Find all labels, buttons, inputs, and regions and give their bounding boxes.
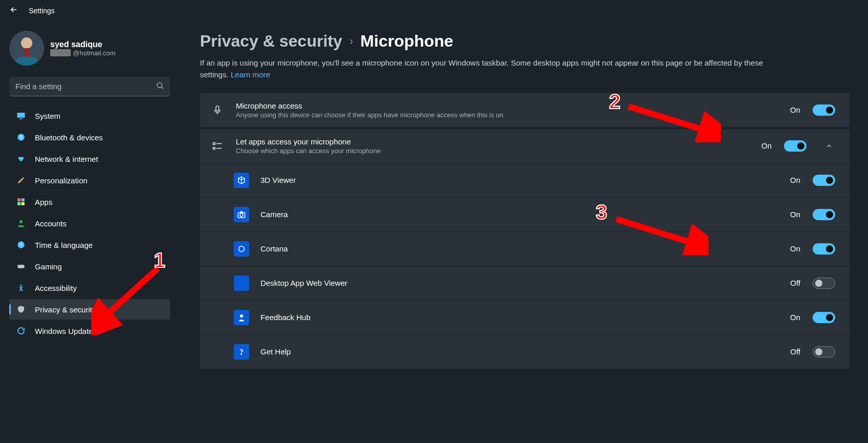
app-name: 3D Viewer — [260, 176, 779, 184]
setting-desc: Anyone using this device can choose if t… — [236, 111, 779, 119]
svg-rect-10 — [17, 202, 21, 205]
back-arrow-icon[interactable] — [9, 5, 18, 16]
let-apps-toggle[interactable] — [784, 140, 806, 152]
chevron-up-icon[interactable] — [823, 142, 835, 150]
svg-point-12 — [19, 220, 23, 223]
user-name: syed sadique — [50, 40, 115, 49]
app-toggle[interactable] — [813, 346, 835, 357]
svg-point-23 — [241, 353, 242, 354]
toggle-state-label: On — [790, 176, 800, 184]
shield-icon — [16, 305, 26, 314]
app-icon — [234, 344, 249, 360]
let-apps-card: Let apps access your microphone Choose w… — [200, 129, 850, 369]
apps-icon — [16, 197, 26, 206]
app-row: Get HelpOff — [200, 334, 850, 369]
sidebar-item-gaming[interactable]: Gaming — [9, 256, 170, 277]
setting-desc: Choose which apps can access your microp… — [236, 147, 750, 155]
bluetooth-icon — [16, 133, 26, 142]
sidebar-label: Privacy & security — [35, 305, 96, 314]
sidebar-label: Bluetooth & devices — [35, 133, 103, 142]
sidebar-label: Windows Update — [35, 327, 93, 335]
app-row: CameraOn — [200, 197, 850, 231]
app-toggle[interactable] — [813, 278, 835, 289]
setting-title: Microphone access — [236, 101, 779, 110]
avatar — [9, 31, 44, 66]
header-bar: Settings — [0, 0, 868, 22]
svg-point-15 — [21, 284, 22, 286]
sidebar-label: System — [35, 112, 60, 120]
sidebar-item-bluetooth[interactable]: Bluetooth & devices — [9, 127, 170, 147]
app-list: 3D ViewerOnCameraOnCortanaOnDesktop App … — [200, 163, 850, 369]
nav: System Bluetooth & devices Network & int… — [9, 106, 170, 341]
toggle-state-label: Off — [790, 347, 800, 356]
sidebar-item-accessibility[interactable]: Accessibility — [9, 278, 170, 298]
user-email: @hotmail.com — [50, 49, 115, 57]
let-apps-row[interactable]: Let apps access your microphone Choose w… — [200, 129, 850, 163]
sidebar-item-network[interactable]: Network & internet — [9, 149, 170, 169]
app-icon — [234, 276, 249, 291]
svg-rect-16 — [216, 106, 219, 111]
sidebar-item-privacy[interactable]: Privacy & security — [9, 299, 170, 320]
svg-point-1 — [21, 37, 32, 49]
monitor-icon — [16, 111, 26, 120]
app-icon — [234, 207, 249, 222]
svg-point-20 — [240, 213, 243, 216]
sidebar-label: Time & language — [35, 241, 93, 249]
breadcrumb-current: Microphone — [360, 32, 453, 51]
svg-rect-9 — [22, 198, 25, 201]
microphone-access-toggle[interactable] — [813, 104, 835, 116]
brush-icon — [16, 176, 26, 185]
app-icon — [234, 173, 249, 188]
clock-icon — [16, 240, 26, 249]
sidebar-label: Apps — [35, 198, 52, 206]
wifi-icon — [16, 154, 26, 163]
app-name: Cortana — [260, 244, 779, 253]
breadcrumb-parent[interactable]: Privacy & security — [200, 32, 342, 51]
toggle-state-label: On — [790, 106, 800, 114]
app-toggle[interactable] — [813, 312, 835, 323]
svg-rect-11 — [22, 202, 25, 205]
sidebar-item-accounts[interactable]: Accounts — [9, 213, 170, 234]
app-toggle[interactable] — [813, 243, 835, 255]
update-icon — [16, 326, 26, 335]
search-input[interactable] — [9, 77, 170, 96]
svg-point-22 — [240, 314, 243, 318]
svg-rect-14 — [17, 265, 25, 268]
microphone-access-row[interactable]: Microphone access Anyone using this devi… — [200, 93, 850, 127]
app-toggle[interactable] — [813, 175, 835, 186]
search-box — [9, 77, 170, 96]
svg-rect-18 — [213, 147, 215, 149]
app-icon — [234, 241, 249, 257]
intro-text: If an app is using your microphone, you'… — [200, 57, 774, 81]
svg-rect-8 — [17, 198, 21, 201]
microphone-access-card: Microphone access Anyone using this devi… — [200, 93, 850, 127]
accessibility-icon — [16, 283, 26, 292]
user-block[interactable]: syed sadique @hotmail.com — [9, 27, 170, 74]
sidebar-label: Gaming — [35, 262, 62, 271]
app-toggle[interactable] — [813, 209, 835, 220]
app-row: Feedback HubOn — [200, 300, 850, 334]
toggle-state-label: On — [761, 141, 772, 150]
svg-point-7 — [23, 177, 24, 179]
app-icon — [234, 310, 249, 325]
main-content: Privacy & security › Microphone If an ap… — [174, 22, 868, 442]
svg-point-21 — [239, 246, 245, 251]
sidebar-item-update[interactable]: Windows Update — [9, 321, 170, 341]
toggle-state-label: On — [790, 210, 800, 219]
gamepad-icon — [16, 262, 26, 271]
sidebar-item-time[interactable]: Time & language — [9, 235, 170, 255]
list-icon — [210, 140, 225, 152]
sidebar-item-personalization[interactable]: Personalization — [9, 170, 170, 191]
sidebar: syed sadique @hotmail.com System Bluetoo… — [0, 22, 174, 442]
app-name: Camera — [260, 210, 779, 219]
sidebar-label: Accessibility — [35, 284, 77, 292]
toggle-state-label: On — [790, 313, 800, 322]
learn-more-link[interactable]: Learn more — [231, 70, 270, 79]
redacted-email-prefix — [50, 49, 71, 56]
app-name: Feedback Hub — [260, 313, 779, 322]
svg-rect-2 — [25, 48, 29, 57]
person-icon — [16, 219, 26, 228]
setting-title: Let apps access your microphone — [236, 137, 750, 146]
sidebar-item-apps[interactable]: Apps — [9, 192, 170, 212]
sidebar-item-system[interactable]: System — [9, 106, 170, 126]
